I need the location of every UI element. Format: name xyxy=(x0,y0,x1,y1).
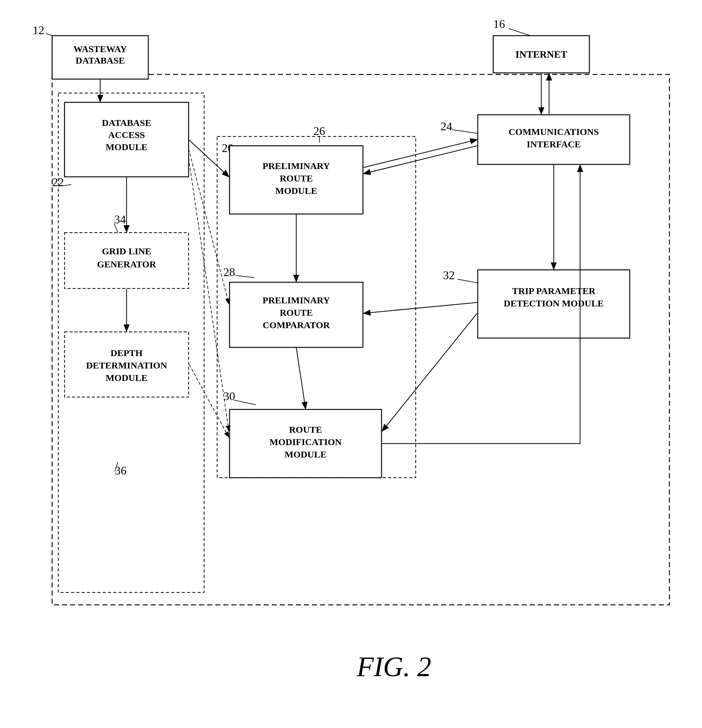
trip-param-label-2: DETECTION MODULE xyxy=(504,298,604,308)
wasteway-db-label-2: DATABASE xyxy=(76,55,125,65)
comm-interface-label-2: INTERFACE xyxy=(527,139,581,149)
grid-line-label-1: GRID LINE xyxy=(102,246,151,256)
ref-num-26: 26 xyxy=(313,124,325,137)
ref-num-16: 16 xyxy=(493,17,505,30)
ref-num-32: 32 xyxy=(443,269,455,282)
fig-label: FIG. 2 xyxy=(357,651,431,682)
depth-det-label-3: MODULE xyxy=(106,373,148,383)
db-access-label-1: DATABASE xyxy=(102,118,152,128)
prelim-comp-label-1: PRELIMINARY xyxy=(263,295,330,305)
ref-num-30: 30 xyxy=(223,390,235,403)
main-diagram-svg: 12 16 22 20 24 26 28 30 32 34 36 WASTEWA… xyxy=(0,0,702,728)
db-access-label-3: MODULE xyxy=(106,142,148,152)
prelim-comp-label-2: ROUTE xyxy=(280,308,313,318)
prelim-route-label-2: ROUTE xyxy=(280,173,313,183)
prelim-route-label-1: PRELIMINARY xyxy=(263,161,330,171)
ref-num-34: 34 xyxy=(114,213,126,226)
comm-interface-label-1: COMMUNICATIONS xyxy=(508,127,599,137)
prelim-comp-label-3: COMPARATOR xyxy=(263,320,330,330)
prelim-route-label-3: MODULE xyxy=(276,185,317,196)
depth-det-label-2: DETERMINATION xyxy=(86,360,167,370)
route-mod-label-3: MODULE xyxy=(285,449,326,459)
ref-num-24: 24 xyxy=(441,120,452,133)
db-access-label-2: ACCESS xyxy=(108,130,145,140)
internet-label: INTERNET xyxy=(515,49,567,60)
ref-num-12: 12 xyxy=(33,23,44,37)
route-mod-label-1: ROUTE xyxy=(289,424,322,435)
route-mod-label-2: MODIFICATION xyxy=(270,437,342,447)
wasteway-db-label-1: WASTEWAY xyxy=(74,44,127,54)
trip-param-label-1: TRIP PARAMETER xyxy=(512,286,596,296)
grid-line-label-2: GENERATOR xyxy=(97,259,156,269)
ref-num-28: 28 xyxy=(223,266,235,279)
ref-num-22: 22 xyxy=(52,176,64,189)
depth-det-label-1: DEPTH xyxy=(110,348,142,358)
